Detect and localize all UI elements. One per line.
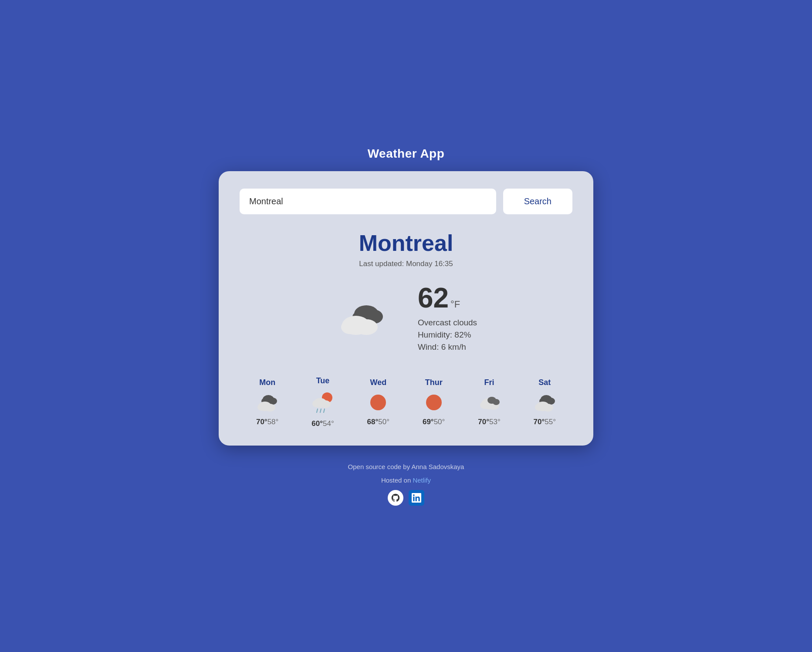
forecast-low: 58° [267,418,279,426]
forecast-icon-sat [532,392,557,412]
forecast-low: 50° [434,418,445,426]
forecast-temps-fri: 70°53° [478,418,500,426]
weather-wind: Wind: 6 km/h [418,342,477,352]
forecast-high: 60° [311,419,323,428]
forecast-day-fri: Fri 70°53° [477,378,501,426]
forecast-day-name: Thur [425,378,443,387]
footer: Open source code by Anna Sadovskaya Host… [348,463,464,506]
weather-description: Overcast clouds [418,318,477,328]
forecast-day-mon: Mon 70°58° [255,378,280,426]
linkedin-icon-button[interactable] [409,490,424,506]
forecast-high: 69° [423,418,434,426]
forecast-day-wed: Wed 68°50° [366,378,390,426]
forecast-day-name: Fri [484,378,494,387]
svg-point-19 [370,395,386,410]
forecast-icon-tue [311,391,335,414]
svg-point-14 [320,400,331,408]
svg-point-23 [480,401,490,409]
forecast-day-thur: Thur 69°50° [422,378,446,426]
svg-point-31 [535,404,543,411]
svg-point-15 [312,400,320,407]
search-button[interactable]: Search [503,189,572,214]
netlify-link[interactable]: Netlify [413,476,431,484]
svg-point-25 [493,399,500,405]
github-icon-button[interactable] [388,490,403,506]
temperature-display: 62 °F [418,284,477,312]
forecast-low: 50° [378,418,389,426]
forecast-high: 70° [478,418,489,426]
weather-humidity: Humidity: 82% [418,330,477,340]
search-row: Search [240,189,572,214]
forecast-day-name: Mon [259,378,275,387]
svg-point-20 [426,395,442,410]
forecast-temps-mon: 70°58° [256,418,278,426]
forecast-day-name: Sat [538,378,551,387]
forecast-high: 68° [367,418,379,426]
temperature-value: 62 [418,284,449,312]
forecast-low: 55° [545,418,556,426]
svg-line-18 [324,409,325,412]
svg-point-5 [341,320,359,334]
forecast-low: 53° [489,418,501,426]
forecast-temps-wed: 68°50° [367,418,389,426]
forecast-temps-sat: 70°55° [534,418,556,426]
forecast-row: Mon 70°58° Tue [240,369,572,428]
temperature-unit: °F [450,299,460,310]
svg-point-10 [265,404,275,412]
forecast-day-tue: Tue 60°54° [311,376,335,428]
weather-details: 62 °F Overcast clouds Humidity: 82% Wind… [418,284,477,352]
last-updated: Last updated: Monday 16:35 [240,260,572,268]
weather-card: Search Montreal Last updated: Monday 16:… [219,171,593,446]
svg-point-30 [543,404,553,412]
current-weather: 62 °F Overcast clouds Humidity: 82% Wind… [240,284,572,352]
forecast-high: 70° [534,418,545,426]
forecast-temps-tue: 60°54° [311,419,334,428]
forecast-icon-mon [255,392,280,412]
forecast-day-name: Wed [370,378,386,387]
forecast-high: 70° [256,418,267,426]
forecast-day-name: Tue [316,376,330,385]
svg-point-11 [257,404,265,411]
footer-social-icons [388,490,424,506]
app-title: Weather App [368,147,445,161]
search-input[interactable] [240,189,496,214]
current-weather-icon [335,297,392,338]
forecast-icon-thur [422,392,446,412]
footer-attribution: Open source code by Anna Sadovskaya [348,463,464,470]
forecast-temps-thur: 69°50° [423,418,445,426]
forecast-low: 54° [323,419,334,428]
svg-line-16 [317,409,318,412]
forecast-icon-fri [477,392,501,412]
forecast-icon-wed [366,392,390,412]
city-name: Montreal [240,230,572,256]
forecast-day-sat: Sat 70°55° [532,378,557,426]
footer-hosted: Hosted on Netlify [381,476,431,484]
svg-line-17 [320,409,321,412]
